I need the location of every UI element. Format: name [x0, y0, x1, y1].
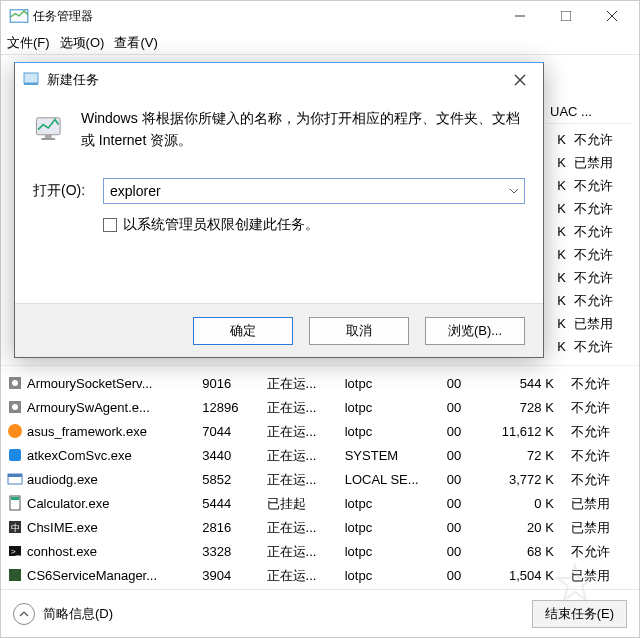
table-row[interactable]: ArmourySwAgent.e...12896正在运...lotpc00728… — [1, 396, 639, 420]
process-status: 正在运... — [260, 516, 338, 540]
process-mem: 604 K — [472, 588, 565, 590]
process-uac: 不允许 — [564, 444, 638, 468]
process-user: lotpc — [338, 396, 435, 420]
process-icon — [7, 447, 23, 463]
partial-row: K已禁用 — [546, 312, 632, 335]
process-mem: 0 K — [472, 492, 565, 516]
chevron-up-icon[interactable] — [13, 603, 35, 625]
maximize-button[interactable] — [543, 1, 589, 31]
process-mem: 1,504 K — [472, 564, 565, 588]
cancel-button[interactable]: 取消 — [309, 317, 409, 345]
partial-rows: K不允许K已禁用K不允许K不允许K不允许K不允许K不允许K不允许K已禁用K不允许 — [546, 128, 632, 358]
admin-checkbox-label: 以系统管理员权限创建此任务。 — [123, 216, 319, 234]
process-user: lotpc — [338, 420, 435, 444]
process-uac: 不允许 — [564, 396, 638, 420]
table-row[interactable]: 中ChsIME.exe2816正在运...lotpc0020 K已禁用 — [1, 516, 639, 540]
partial-row: K不允许 — [546, 128, 632, 151]
process-status: 正在运... — [260, 468, 338, 492]
process-user: LOCAL SE... — [338, 468, 435, 492]
process-pid: 5444 — [196, 492, 260, 516]
minimize-button[interactable] — [497, 1, 543, 31]
process-pid: 2816 — [196, 516, 260, 540]
table-row[interactable]: atkexComSvc.exe3440正在运...SYSTEM0072 K不允许 — [1, 444, 639, 468]
process-table: ArmourySocketServ...9016正在运...lotpc00544… — [1, 365, 639, 589]
partial-row: K不允许 — [546, 220, 632, 243]
menu-view[interactable]: 查看(V) — [114, 34, 157, 52]
svg-rect-23 — [24, 83, 38, 85]
app-icon — [9, 6, 29, 26]
process-icon: 中 — [7, 519, 23, 535]
dialog-description: Windows 将根据你所键入的名称，为你打开相应的程序、文件夹、文档或 Int… — [81, 107, 525, 152]
table-row[interactable]: Calculator.exe5444已挂起lotpc000 K已禁用 — [1, 492, 639, 516]
process-cpu: 00 — [435, 588, 472, 590]
process-cpu: 00 — [435, 396, 472, 420]
title-bar: 任务管理器 — [1, 1, 639, 31]
process-pid: 9016 — [196, 372, 260, 396]
svg-point-6 — [12, 380, 18, 386]
process-uac: 已禁用 — [564, 492, 638, 516]
partial-row: K不允许 — [546, 243, 632, 266]
process-status: 正在运... — [260, 444, 338, 468]
process-status: 正在运... — [260, 564, 338, 588]
process-user: SYSTEM — [338, 588, 435, 590]
window-title: 任务管理器 — [33, 8, 93, 25]
process-mem: 544 K — [472, 372, 565, 396]
process-status: 正在运... — [260, 540, 338, 564]
partial-row: K不允许 — [546, 197, 632, 220]
process-uac: 不允许 — [564, 372, 638, 396]
process-mem: 68 K — [472, 540, 565, 564]
svg-rect-22 — [24, 73, 38, 83]
menu-bar: 文件(F) 选项(O) 查看(V) — [1, 31, 639, 55]
dropdown-icon[interactable] — [504, 179, 524, 203]
footer: 简略信息(D) 结束任务(E) — [1, 589, 639, 637]
process-mem: 728 K — [472, 396, 565, 420]
process-status: 正在运... — [260, 420, 338, 444]
process-icon — [7, 423, 23, 439]
process-pid: 3440 — [196, 444, 260, 468]
process-icon — [7, 399, 23, 415]
table-row[interactable]: >_conhost.exe3328正在运...lotpc0068 K不允许 — [1, 540, 639, 564]
process-name: CS6ServiceManager... — [27, 568, 157, 583]
table-row[interactable]: audiodg.exe5852正在运...LOCAL SE...003,772 … — [1, 468, 639, 492]
process-name: audiodg.exe — [27, 472, 98, 487]
browse-button[interactable]: 浏览(B)... — [425, 317, 525, 345]
process-icon — [7, 471, 23, 487]
svg-rect-19 — [9, 569, 21, 581]
process-status: 已挂起 — [260, 492, 338, 516]
menu-options[interactable]: 选项(O) — [60, 34, 105, 52]
process-name: asus_framework.exe — [27, 424, 147, 439]
process-uac: 不允许 — [564, 540, 638, 564]
table-row[interactable]: asus_framework.exe7044正在运...lotpc0011,61… — [1, 420, 639, 444]
svg-text:>_: >_ — [11, 547, 21, 556]
process-name: ArmourySocketServ... — [27, 376, 152, 391]
menu-file[interactable]: 文件(F) — [7, 34, 50, 52]
svg-text:中: 中 — [11, 523, 20, 533]
dialog-close-button[interactable] — [505, 65, 535, 95]
process-user: lotpc — [338, 492, 435, 516]
partial-row: K不允许 — [546, 335, 632, 358]
svg-rect-28 — [41, 138, 55, 140]
partial-row: K已禁用 — [546, 151, 632, 174]
table-row[interactable]: csrss.exe620正在运...SYSTEM00604 K不允许 — [1, 588, 639, 590]
process-pid: 5852 — [196, 468, 260, 492]
watermark-star-icon — [555, 563, 595, 606]
ok-button[interactable]: 确定 — [193, 317, 293, 345]
svg-point-8 — [12, 404, 18, 410]
process-pid: 3904 — [196, 564, 260, 588]
process-user: lotpc — [338, 516, 435, 540]
close-button[interactable] — [589, 1, 635, 31]
open-input[interactable] — [103, 178, 525, 204]
admin-checkbox[interactable] — [103, 218, 117, 232]
brief-info-link[interactable]: 简略信息(D) — [43, 605, 113, 623]
table-row[interactable]: CS6ServiceManager...3904正在运...lotpc001,5… — [1, 564, 639, 588]
svg-rect-27 — [45, 135, 52, 138]
process-status: 正在运... — [260, 372, 338, 396]
process-pid: 3328 — [196, 540, 260, 564]
process-icon: >_ — [7, 543, 23, 559]
process-mem: 72 K — [472, 444, 565, 468]
column-header-uac: UAC ... — [546, 100, 632, 124]
table-row[interactable]: ArmourySocketServ...9016正在运...lotpc00544… — [1, 372, 639, 396]
process-cpu: 00 — [435, 372, 472, 396]
process-name: conhost.exe — [27, 544, 97, 559]
process-mem: 20 K — [472, 516, 565, 540]
